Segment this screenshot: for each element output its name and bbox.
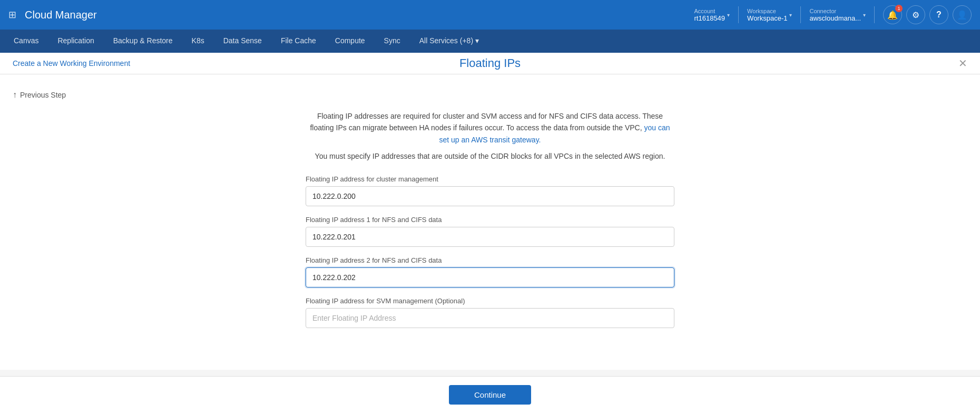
main-content: ↑ Previous Step Floating IP addresses ar… xyxy=(0,74,980,370)
up-arrow-icon: ↑ xyxy=(13,90,17,100)
workspace-chevron: ▾ xyxy=(789,12,792,18)
user-icon: 👤 xyxy=(957,10,967,20)
help-button[interactable]: ? xyxy=(929,5,948,24)
notification-badge: 1 xyxy=(895,5,903,12)
workspace-value: Workspace-1 xyxy=(747,14,787,22)
floating-ips-form: Floating IP addresses are required for c… xyxy=(306,110,674,328)
divider-1 xyxy=(738,6,739,23)
nfs-cifs-2-label: Floating IP address 2 for NFS and CIFS d… xyxy=(306,256,674,264)
settings-button[interactable]: ⚙ xyxy=(906,5,925,24)
svm-mgmt-label: Floating IP address for SVM management (… xyxy=(306,297,674,305)
header: ⊞ Cloud Manager Account rt1618549 ▾ Work… xyxy=(0,0,980,30)
nfs-cifs-1-label: Floating IP address 1 for NFS and CIFS d… xyxy=(306,216,674,224)
previous-step-button[interactable]: ↑ Previous Step xyxy=(13,90,967,100)
nav-item-k8s[interactable]: K8s xyxy=(182,30,214,53)
navigation-bar: Canvas Replication Backup & Restore K8s … xyxy=(0,30,980,53)
connector-selector[interactable]: Connector awscloudmana... ▾ xyxy=(809,8,866,22)
help-icon: ? xyxy=(936,10,942,20)
notification-button[interactable]: 🔔 1 xyxy=(883,5,902,24)
nav-item-sync[interactable]: Sync xyxy=(375,30,410,53)
nav-item-replication[interactable]: Replication xyxy=(48,30,103,53)
close-button[interactable]: ✕ xyxy=(958,57,967,70)
breadcrumb[interactable]: Create a New Working Environment xyxy=(13,59,130,68)
svm-mgmt-group: Floating IP address for SVM management (… xyxy=(306,297,674,328)
cluster-mgmt-input[interactable] xyxy=(306,186,674,206)
gear-icon: ⚙ xyxy=(912,10,919,20)
nav-item-compute[interactable]: Compute xyxy=(326,30,375,53)
header-controls: Account rt1618549 ▾ Workspace Workspace-… xyxy=(694,5,972,24)
account-value: rt1618549 xyxy=(694,14,726,22)
grid-icon[interactable]: ⊞ xyxy=(8,9,16,21)
description-text-2: You must specify IP addresses that are o… xyxy=(306,152,674,160)
page-header: Create a New Working Environment Floatin… xyxy=(0,53,980,74)
account-selector[interactable]: Account rt1618549 ▾ xyxy=(694,8,730,22)
nav-item-data-sense[interactable]: Data Sense xyxy=(214,30,271,53)
connector-label: Connector xyxy=(809,8,861,14)
nav-item-backup-restore[interactable]: Backup & Restore xyxy=(104,30,182,53)
nfs-cifs-2-input[interactable] xyxy=(306,267,674,287)
nav-item-canvas[interactable]: Canvas xyxy=(4,30,48,53)
cluster-mgmt-label: Floating IP address for cluster manageme… xyxy=(306,175,674,183)
continue-button[interactable]: Continue xyxy=(449,385,531,405)
nfs-cifs-2-group: Floating IP address 2 for NFS and CIFS d… xyxy=(306,256,674,287)
account-label: Account xyxy=(694,8,726,14)
previous-step-label: Previous Step xyxy=(20,91,66,99)
description-line1: Floating IP addresses are required for c… xyxy=(310,112,663,132)
connector-chevron: ▾ xyxy=(863,12,866,18)
page-title: Floating IPs xyxy=(459,56,521,70)
divider-2 xyxy=(800,6,801,23)
nav-item-all-services[interactable]: All Services (+8) ▾ xyxy=(410,30,488,53)
connector-value: awscloudmana... xyxy=(809,14,861,22)
user-button[interactable]: 👤 xyxy=(953,5,972,24)
workspace-label: Workspace xyxy=(747,8,787,14)
description-text: Floating IP addresses are required for c… xyxy=(306,110,674,146)
svm-mgmt-input[interactable] xyxy=(306,308,674,328)
workspace-selector[interactable]: Workspace Workspace-1 ▾ xyxy=(747,8,792,22)
footer-bar: Continue xyxy=(0,376,980,413)
divider-3 xyxy=(874,6,875,23)
cluster-mgmt-group: Floating IP address for cluster manageme… xyxy=(306,175,674,206)
nfs-cifs-1-group: Floating IP address 1 for NFS and CIFS d… xyxy=(306,216,674,247)
app-title: Cloud Manager xyxy=(25,9,688,21)
nav-item-file-cache[interactable]: File Cache xyxy=(271,30,326,53)
nfs-cifs-1-input[interactable] xyxy=(306,227,674,247)
account-chevron: ▾ xyxy=(727,12,730,18)
